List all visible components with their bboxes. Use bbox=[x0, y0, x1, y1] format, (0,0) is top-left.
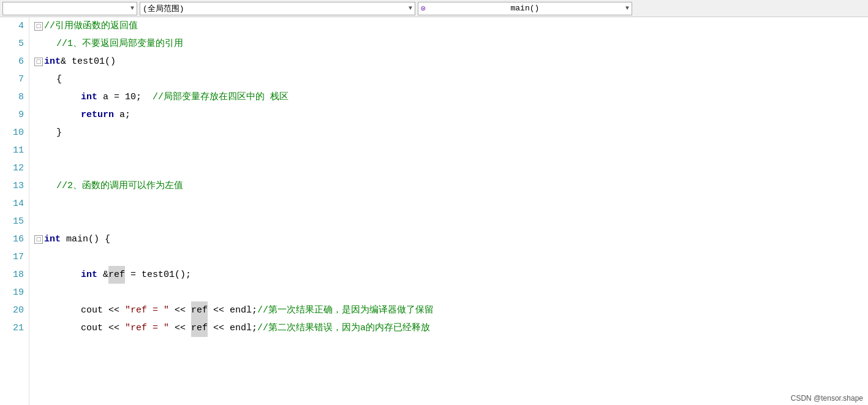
scope-dropdown[interactable]: (全局范围) ▼ bbox=[140, 2, 415, 15]
comment-text: //引用做函数的返回值 bbox=[44, 17, 138, 35]
file-dropdown[interactable]: ▼ bbox=[2, 2, 137, 15]
keyword: int bbox=[81, 266, 97, 284]
keyword: int bbox=[44, 53, 61, 70]
line-number: 20 bbox=[0, 301, 29, 319]
code-line bbox=[34, 159, 868, 177]
code-line: { bbox=[34, 70, 868, 88]
code-line bbox=[34, 142, 868, 159]
code-line: cout << "ref = " << ref << endl;//第一次结果正… bbox=[34, 301, 868, 319]
keyword: int bbox=[44, 230, 61, 248]
plain-text: << bbox=[169, 301, 191, 319]
scope-dropdown-value: (全局范围) bbox=[143, 3, 184, 14]
line-number: 11 bbox=[0, 142, 29, 159]
code-line bbox=[34, 213, 868, 230]
code-line: //1、不要返回局部变量的引用 bbox=[34, 35, 868, 53]
plain-text: cout << bbox=[81, 301, 125, 319]
code-content[interactable]: □//引用做函数的返回值//1、不要返回局部变量的引用□int& test01(… bbox=[29, 17, 868, 405]
func-dropdown-arrow: ▼ bbox=[625, 5, 629, 12]
code-line: cout << "ref = " << ref << endl;//第二次结果错… bbox=[34, 319, 868, 337]
line-number: 10 bbox=[0, 124, 29, 142]
code-line bbox=[34, 284, 868, 301]
func-icon: ⊙ bbox=[421, 4, 426, 13]
code-editor: 456789101112131415161718192021 □//引用做函数的… bbox=[0, 17, 868, 405]
plain-text: a; bbox=[114, 106, 130, 124]
string-text: "ref = " bbox=[125, 319, 169, 337]
comment-text: //第二次结果错误，因为a的内存已经释放 bbox=[257, 319, 430, 337]
line-number: 5 bbox=[0, 35, 29, 53]
line-number: 16 bbox=[0, 230, 29, 248]
plain-text: { bbox=[56, 70, 62, 88]
fold-icon[interactable]: □ bbox=[34, 235, 43, 244]
func-dropdown[interactable]: ⊙ main() ▼ bbox=[418, 2, 632, 15]
comment-text: //1、不要返回局部变量的引用 bbox=[56, 35, 183, 53]
plain-text: main() { bbox=[61, 230, 110, 248]
keyword: return bbox=[81, 106, 114, 124]
comment-text: //2、函数的调用可以作为左值 bbox=[56, 177, 183, 195]
line-number: 14 bbox=[0, 195, 29, 213]
comment-text: //局部变量存放在四区中的 栈区 bbox=[153, 88, 289, 106]
plain-text: a = 10; bbox=[97, 88, 153, 106]
line-number: 7 bbox=[0, 70, 29, 88]
line-number: 9 bbox=[0, 106, 29, 124]
top-bar-right: ⊙ main() ▼ bbox=[418, 2, 866, 15]
line-number: 18 bbox=[0, 266, 29, 284]
watermark: CSDN @tensor.shape bbox=[791, 394, 863, 403]
code-line bbox=[34, 248, 868, 266]
plain-text: & bbox=[97, 266, 108, 284]
func-dropdown-value: main() bbox=[511, 4, 540, 13]
code-line: □int& test01() bbox=[34, 53, 868, 70]
file-dropdown-arrow: ▼ bbox=[130, 5, 134, 12]
code-line: int &ref = test01(); bbox=[34, 266, 868, 284]
plain-text: << endl; bbox=[208, 301, 257, 319]
top-bar-left: ▼ (全局范围) ▼ bbox=[2, 2, 418, 15]
scope-dropdown-arrow: ▼ bbox=[409, 5, 412, 12]
top-bar: ▼ (全局范围) ▼ ⊙ main() ▼ bbox=[0, 0, 868, 17]
plain-text: cout << bbox=[81, 319, 125, 337]
line-number: 4 bbox=[0, 17, 29, 35]
plain-text: << bbox=[169, 319, 191, 337]
line-number: 15 bbox=[0, 213, 29, 230]
code-line bbox=[34, 195, 868, 213]
line-number: 17 bbox=[0, 248, 29, 266]
plain-text: = test01(); bbox=[125, 266, 191, 284]
code-line: } bbox=[34, 124, 868, 142]
line-number: 19 bbox=[0, 284, 29, 301]
plain-text: } bbox=[56, 124, 62, 142]
comment-text: //第一次结果正确，是因为编译器做了保留 bbox=[257, 301, 434, 319]
fold-icon[interactable]: □ bbox=[34, 22, 43, 31]
plain-text: << endl; bbox=[208, 319, 257, 337]
string-text: "ref = " bbox=[125, 301, 169, 319]
code-line: //2、函数的调用可以作为左值 bbox=[34, 177, 868, 195]
line-number: 13 bbox=[0, 177, 29, 195]
ref-highlight: ref bbox=[191, 301, 208, 319]
line-number: 21 bbox=[0, 319, 29, 337]
plain-text: & test01() bbox=[61, 53, 116, 70]
line-number: 6 bbox=[0, 53, 29, 70]
code-line: return a; bbox=[34, 106, 868, 124]
fold-icon[interactable]: □ bbox=[34, 58, 43, 66]
code-line: □int main() { bbox=[34, 230, 868, 248]
code-line: int a = 10; //局部变量存放在四区中的 栈区 bbox=[34, 88, 868, 106]
line-number: 12 bbox=[0, 159, 29, 177]
ref-highlight: ref bbox=[108, 266, 125, 284]
code-line: □//引用做函数的返回值 bbox=[34, 17, 868, 35]
line-number: 8 bbox=[0, 88, 29, 106]
ref-highlight: ref bbox=[191, 319, 208, 337]
line-numbers: 456789101112131415161718192021 bbox=[0, 17, 29, 405]
keyword: int bbox=[81, 88, 97, 106]
